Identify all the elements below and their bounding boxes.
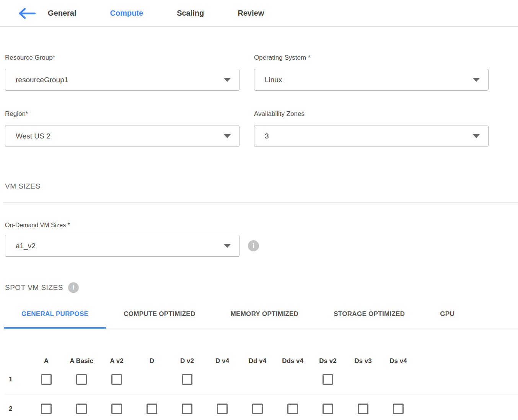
back-button[interactable] [17, 7, 36, 20]
spot-tabs: GENERAL PURPOSECOMPUTE OPTIMIZEDMEMORY O… [4, 309, 518, 329]
vm-table-cell [240, 404, 275, 414]
vm-column-header: Ds v2 [310, 357, 345, 365]
vm-table-cell [99, 404, 134, 414]
field-resource-group: Resource Group* resourceGroup1 [5, 54, 239, 91]
region-label: Region* [5, 110, 239, 118]
spot-vm-sizes-header: SPOT VM SIZES i [5, 282, 518, 293]
vm-table-cell [205, 404, 240, 414]
vm-size-checkbox[interactable] [111, 404, 122, 414]
vm-sizes-section-title: VM SIZES [5, 182, 518, 191]
on-demand-vm-sizes-value: a1_v2 [16, 242, 36, 250]
vm-size-checkbox[interactable] [182, 374, 192, 385]
operating-system-select[interactable]: Linux [254, 69, 489, 91]
region-select[interactable]: West US 2 [5, 125, 239, 147]
on-demand-vm-sizes-select[interactable]: a1_v2 [5, 235, 239, 257]
chevron-down-icon [224, 244, 231, 248]
vm-size-checkbox[interactable] [41, 374, 52, 385]
resource-group-value: resourceGroup1 [16, 76, 68, 84]
tab-compute[interactable]: Compute [110, 9, 143, 18]
vm-column-header: D [134, 357, 169, 365]
vm-table-cell [134, 404, 169, 414]
vm-table-cell [29, 404, 64, 414]
field-operating-system: Operating System * Linux [254, 54, 489, 91]
tab-general[interactable]: General [48, 9, 76, 18]
chevron-down-icon [473, 78, 480, 82]
top-navigation-bar: General Compute Scaling Review [0, 0, 518, 27]
vm-column-header: A v2 [99, 357, 134, 365]
field-region: Region* West US 2 [5, 110, 239, 147]
vm-column-header: A Basic [64, 357, 99, 365]
section-divider [4, 202, 518, 203]
info-icon[interactable]: i [68, 282, 79, 293]
arrow-left-icon [17, 7, 36, 20]
vm-size-checkbox[interactable] [76, 404, 87, 414]
spot-tab-memory-optimized[interactable]: MEMORY OPTIMIZED [213, 309, 316, 329]
vm-size-checkbox[interactable] [252, 404, 263, 414]
spot-tab-storage-optimized[interactable]: STORAGE OPTIMIZED [316, 309, 422, 329]
vm-table-cell [310, 404, 345, 414]
row-label: 2 [5, 405, 29, 413]
chevron-down-icon [473, 134, 480, 138]
operating-system-label: Operating System * [254, 54, 489, 62]
availability-zones-label: Availability Zones [254, 110, 489, 118]
tab-scaling[interactable]: Scaling [177, 9, 204, 18]
vm-size-table: AA BasicA v2DD v2D v4Dd v4Dds v4Ds v2Ds … [5, 357, 518, 420]
vm-column-header: D v2 [169, 357, 205, 365]
row-label: 1 [5, 376, 29, 383]
resource-group-label: Resource Group* [5, 54, 239, 62]
vm-table-cell [99, 374, 134, 385]
spot-tab-compute-optimized[interactable]: COMPUTE OPTIMIZED [106, 309, 213, 329]
operating-system-value: Linux [265, 76, 282, 84]
vm-table-row: 1 [5, 365, 518, 394]
availability-zones-value: 3 [265, 132, 269, 140]
vm-table-body: 12 [5, 365, 518, 420]
vm-table-cell [345, 404, 381, 414]
vm-table-cell [275, 404, 310, 414]
vm-size-checkbox[interactable] [287, 404, 298, 414]
vm-column-header: D v4 [205, 357, 240, 365]
vm-size-checkbox[interactable] [182, 404, 192, 414]
chevron-down-icon [224, 78, 231, 82]
vm-column-header: Dds v4 [275, 357, 310, 365]
chevron-down-icon [224, 134, 231, 138]
vm-size-checkbox[interactable] [217, 404, 228, 414]
vm-size-checkbox[interactable] [323, 404, 333, 414]
vm-size-checkbox[interactable] [147, 404, 157, 414]
resource-group-select[interactable]: resourceGroup1 [5, 69, 239, 91]
vm-size-checkbox[interactable] [393, 404, 404, 414]
vm-table-cell [169, 404, 205, 414]
vm-size-checkbox[interactable] [76, 374, 87, 385]
region-value: West US 2 [16, 132, 50, 140]
wizard-step-tabs: General Compute Scaling Review [48, 9, 264, 18]
field-availability-zones: Availability Zones 3 [254, 110, 489, 147]
vm-column-header: Ds v3 [345, 357, 381, 365]
spot-tab-gpu[interactable]: GPU [422, 309, 472, 329]
vm-table-row: 2 [5, 394, 518, 420]
vm-table-cell [64, 404, 99, 414]
vm-table-cell [310, 374, 345, 385]
vm-column-header: Dd v4 [240, 357, 275, 365]
vm-size-checkbox[interactable] [41, 404, 52, 414]
vm-column-header: Ds v4 [381, 357, 416, 365]
info-icon[interactable]: i [248, 240, 259, 251]
vm-table-cell [29, 374, 64, 385]
vm-table-cell [64, 374, 99, 385]
vm-size-checkbox[interactable] [358, 404, 368, 414]
vm-column-header: A [29, 357, 64, 365]
spot-vm-sizes-section-title: SPOT VM SIZES [5, 283, 63, 292]
spot-tab-general-purpose[interactable]: GENERAL PURPOSE [4, 309, 106, 329]
compute-form: Resource Group* resourceGroup1 Operating… [0, 27, 518, 147]
vm-table-cell [381, 404, 416, 414]
availability-zones-select[interactable]: 3 [254, 125, 489, 147]
vm-size-checkbox[interactable] [323, 374, 333, 385]
vm-size-checkbox[interactable] [111, 374, 122, 385]
tab-review[interactable]: Review [238, 9, 264, 18]
on-demand-vm-sizes-label: On-Demand VM Sizes * [5, 221, 518, 229]
vm-table-header: AA BasicA v2DD v2D v4Dd v4Dds v4Ds v2Ds … [5, 357, 518, 365]
vm-table-cell [169, 374, 205, 385]
on-demand-vm-sizes-field: On-Demand VM Sizes * a1_v2 i [5, 221, 518, 257]
